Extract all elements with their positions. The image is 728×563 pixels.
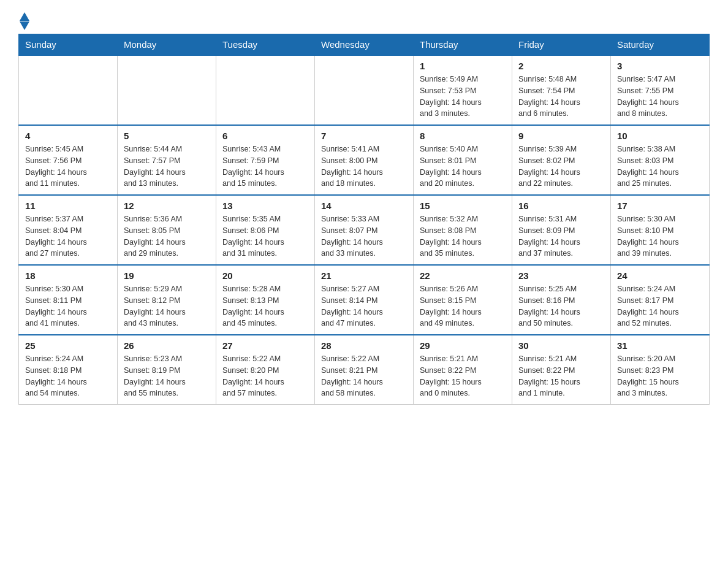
day-sun-info: Sunrise: 5:23 AM Sunset: 8:19 PM Dayligh… bbox=[124, 353, 210, 399]
day-number: 12 bbox=[124, 201, 210, 211]
day-sun-info: Sunrise: 5:32 AM Sunset: 8:08 PM Dayligh… bbox=[420, 213, 506, 259]
day-number: 23 bbox=[518, 270, 604, 281]
calendar-day: 1Sunrise: 5:49 AM Sunset: 7:53 PM Daylig… bbox=[414, 55, 512, 125]
calendar-day: 18Sunrise: 5:30 AM Sunset: 8:11 PM Dayli… bbox=[19, 265, 118, 335]
day-number: 29 bbox=[420, 340, 506, 351]
week-row: 18Sunrise: 5:30 AM Sunset: 8:11 PM Dayli… bbox=[19, 265, 710, 335]
calendar-day: 22Sunrise: 5:26 AM Sunset: 8:15 PM Dayli… bbox=[414, 265, 512, 335]
calendar-day: 6Sunrise: 5:43 AM Sunset: 7:59 PM Daylig… bbox=[216, 125, 315, 195]
day-sun-info: Sunrise: 5:38 AM Sunset: 8:03 PM Dayligh… bbox=[617, 144, 703, 190]
calendar-day: 2Sunrise: 5:48 AM Sunset: 7:54 PM Daylig… bbox=[512, 55, 611, 125]
day-number: 2 bbox=[518, 61, 604, 71]
day-sun-info: Sunrise: 5:49 AM Sunset: 7:53 PM Dayligh… bbox=[420, 74, 506, 120]
day-number: 11 bbox=[25, 201, 111, 211]
day-of-week-header: Thursday bbox=[414, 34, 512, 56]
day-number: 13 bbox=[222, 201, 308, 211]
empty-day bbox=[315, 55, 414, 125]
day-sun-info: Sunrise: 5:27 AM Sunset: 8:14 PM Dayligh… bbox=[321, 283, 407, 329]
calendar-day: 5Sunrise: 5:44 AM Sunset: 7:57 PM Daylig… bbox=[118, 125, 216, 195]
day-of-week-header: Saturday bbox=[611, 34, 710, 56]
day-number: 26 bbox=[124, 340, 210, 351]
calendar-day: 7Sunrise: 5:41 AM Sunset: 8:00 PM Daylig… bbox=[315, 125, 414, 195]
day-number: 1 bbox=[420, 61, 506, 71]
calendar-day: 13Sunrise: 5:35 AM Sunset: 8:06 PM Dayli… bbox=[216, 195, 315, 265]
day-number: 3 bbox=[617, 61, 703, 71]
day-number: 16 bbox=[518, 201, 604, 211]
week-row: 25Sunrise: 5:24 AM Sunset: 8:18 PM Dayli… bbox=[19, 335, 710, 405]
calendar-day: 15Sunrise: 5:32 AM Sunset: 8:08 PM Dayli… bbox=[414, 195, 512, 265]
day-sun-info: Sunrise: 5:29 AM Sunset: 8:12 PM Dayligh… bbox=[124, 283, 210, 329]
day-sun-info: Sunrise: 5:36 AM Sunset: 8:05 PM Dayligh… bbox=[124, 213, 210, 259]
calendar-day: 24Sunrise: 5:24 AM Sunset: 8:17 PM Dayli… bbox=[611, 265, 710, 335]
week-row: 11Sunrise: 5:37 AM Sunset: 8:04 PM Dayli… bbox=[19, 195, 710, 265]
calendar-day: 26Sunrise: 5:23 AM Sunset: 8:19 PM Dayli… bbox=[118, 335, 216, 405]
calendar-header-row: SundayMondayTuesdayWednesdayThursdayFrid… bbox=[19, 34, 710, 56]
day-number: 28 bbox=[321, 340, 407, 351]
calendar-day: 17Sunrise: 5:30 AM Sunset: 8:10 PM Dayli… bbox=[611, 195, 710, 265]
day-number: 27 bbox=[222, 340, 308, 351]
calendar-day: 29Sunrise: 5:21 AM Sunset: 8:22 PM Dayli… bbox=[414, 335, 512, 405]
day-sun-info: Sunrise: 5:24 AM Sunset: 8:18 PM Dayligh… bbox=[25, 353, 111, 399]
calendar-day: 31Sunrise: 5:20 AM Sunset: 8:23 PM Dayli… bbox=[611, 335, 710, 405]
day-number: 14 bbox=[321, 201, 407, 211]
day-sun-info: Sunrise: 5:44 AM Sunset: 7:57 PM Dayligh… bbox=[124, 144, 210, 190]
day-number: 10 bbox=[617, 131, 703, 141]
calendar-day: 16Sunrise: 5:31 AM Sunset: 8:09 PM Dayli… bbox=[512, 195, 611, 265]
day-number: 7 bbox=[321, 131, 407, 141]
day-number: 5 bbox=[124, 131, 210, 141]
day-sun-info: Sunrise: 5:21 AM Sunset: 8:22 PM Dayligh… bbox=[518, 353, 604, 399]
day-of-week-header: Wednesday bbox=[315, 34, 414, 56]
day-sun-info: Sunrise: 5:31 AM Sunset: 8:09 PM Dayligh… bbox=[518, 213, 604, 259]
calendar-table: SundayMondayTuesdayWednesdayThursdayFrid… bbox=[18, 34, 710, 405]
day-of-week-header: Sunday bbox=[19, 34, 118, 56]
calendar-day: 11Sunrise: 5:37 AM Sunset: 8:04 PM Dayli… bbox=[19, 195, 118, 265]
calendar-day: 12Sunrise: 5:36 AM Sunset: 8:05 PM Dayli… bbox=[118, 195, 216, 265]
day-sun-info: Sunrise: 5:21 AM Sunset: 8:22 PM Dayligh… bbox=[420, 353, 506, 399]
calendar-day: 20Sunrise: 5:28 AM Sunset: 8:13 PM Dayli… bbox=[216, 265, 315, 335]
calendar-day: 4Sunrise: 5:45 AM Sunset: 7:56 PM Daylig… bbox=[19, 125, 118, 195]
day-sun-info: Sunrise: 5:41 AM Sunset: 8:00 PM Dayligh… bbox=[321, 144, 407, 190]
day-number: 19 bbox=[124, 270, 210, 281]
day-sun-info: Sunrise: 5:20 AM Sunset: 8:23 PM Dayligh… bbox=[617, 353, 703, 399]
day-sun-info: Sunrise: 5:47 AM Sunset: 7:55 PM Dayligh… bbox=[617, 74, 703, 120]
calendar-day: 9Sunrise: 5:39 AM Sunset: 8:02 PM Daylig… bbox=[512, 125, 611, 195]
day-sun-info: Sunrise: 5:24 AM Sunset: 8:17 PM Dayligh… bbox=[617, 283, 703, 329]
day-sun-info: Sunrise: 5:39 AM Sunset: 8:02 PM Dayligh… bbox=[518, 144, 604, 190]
calendar-day: 25Sunrise: 5:24 AM Sunset: 8:18 PM Dayli… bbox=[19, 335, 118, 405]
day-of-week-header: Tuesday bbox=[216, 34, 315, 56]
day-sun-info: Sunrise: 5:48 AM Sunset: 7:54 PM Dayligh… bbox=[518, 74, 604, 120]
day-sun-info: Sunrise: 5:33 AM Sunset: 8:07 PM Dayligh… bbox=[321, 213, 407, 259]
week-row: 1Sunrise: 5:49 AM Sunset: 7:53 PM Daylig… bbox=[19, 55, 710, 125]
day-of-week-header: Monday bbox=[118, 34, 216, 56]
calendar-day: 23Sunrise: 5:25 AM Sunset: 8:16 PM Dayli… bbox=[512, 265, 611, 335]
day-number: 18 bbox=[25, 270, 111, 281]
calendar-day: 14Sunrise: 5:33 AM Sunset: 8:07 PM Dayli… bbox=[315, 195, 414, 265]
logo bbox=[18, 12, 29, 28]
day-number: 6 bbox=[222, 131, 308, 141]
calendar-day: 27Sunrise: 5:22 AM Sunset: 8:20 PM Dayli… bbox=[216, 335, 315, 405]
day-number: 21 bbox=[321, 270, 407, 281]
day-of-week-header: Friday bbox=[512, 34, 611, 56]
empty-day bbox=[118, 55, 216, 125]
day-number: 4 bbox=[25, 131, 111, 141]
day-number: 31 bbox=[617, 340, 703, 351]
day-sun-info: Sunrise: 5:35 AM Sunset: 8:06 PM Dayligh… bbox=[222, 213, 308, 259]
calendar-day: 3Sunrise: 5:47 AM Sunset: 7:55 PM Daylig… bbox=[611, 55, 710, 125]
empty-day bbox=[19, 55, 118, 125]
day-number: 9 bbox=[518, 131, 604, 141]
page-header bbox=[18, 12, 710, 28]
day-sun-info: Sunrise: 5:22 AM Sunset: 8:21 PM Dayligh… bbox=[321, 353, 407, 399]
day-sun-info: Sunrise: 5:37 AM Sunset: 8:04 PM Dayligh… bbox=[25, 213, 111, 259]
day-number: 24 bbox=[617, 270, 703, 281]
calendar-day: 21Sunrise: 5:27 AM Sunset: 8:14 PM Dayli… bbox=[315, 265, 414, 335]
calendar-day: 19Sunrise: 5:29 AM Sunset: 8:12 PM Dayli… bbox=[118, 265, 216, 335]
empty-day bbox=[216, 55, 315, 125]
day-sun-info: Sunrise: 5:22 AM Sunset: 8:20 PM Dayligh… bbox=[222, 353, 308, 399]
day-sun-info: Sunrise: 5:40 AM Sunset: 8:01 PM Dayligh… bbox=[420, 144, 506, 190]
day-sun-info: Sunrise: 5:30 AM Sunset: 8:11 PM Dayligh… bbox=[25, 283, 111, 329]
day-sun-info: Sunrise: 5:28 AM Sunset: 8:13 PM Dayligh… bbox=[222, 283, 308, 329]
day-number: 17 bbox=[617, 201, 703, 211]
week-row: 4Sunrise: 5:45 AM Sunset: 7:56 PM Daylig… bbox=[19, 125, 710, 195]
calendar-day: 10Sunrise: 5:38 AM Sunset: 8:03 PM Dayli… bbox=[611, 125, 710, 195]
day-number: 25 bbox=[25, 340, 111, 351]
